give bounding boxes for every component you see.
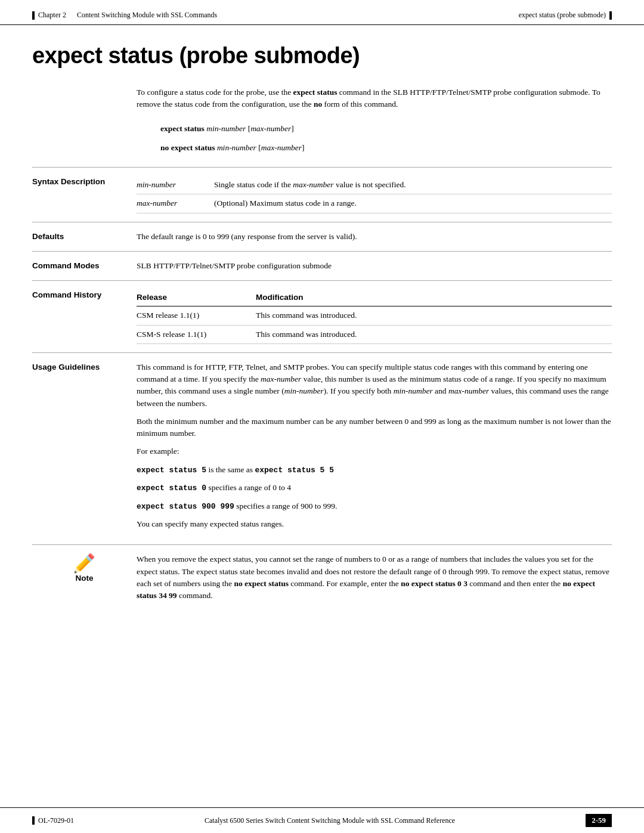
note-icon: ✏️ [73, 555, 95, 572]
command-syntax-2: no expect status min-number [max-number] [160, 141, 612, 155]
command-history-section: Command History Release Modification CSM… [32, 280, 612, 352]
defaults-content: The default range is 0 to 999 (any respo… [137, 231, 612, 243]
usage-para-2: Both the minimum number and the maximum … [137, 416, 612, 440]
usage-last-para: You can specify many expected status ran… [137, 518, 612, 530]
header-left: Chapter 2 Content Switching Module with … [32, 11, 217, 20]
usage-example-2: expect status 0 specifies a range of 0 t… [137, 482, 612, 494]
command-modes-content: SLB HTTP/FTP/Telnet/SMTP probe configura… [137, 260, 612, 272]
syntax-table: min-number Single status code if the max… [137, 176, 612, 213]
usage-example-3: expect status 900 999 specifies a range … [137, 500, 612, 513]
history-col-modification: Modification [256, 289, 612, 306]
page-title: expect status (probe submode) [32, 43, 612, 69]
usage-guidelines-label: Usage Guidelines [32, 361, 137, 537]
usage-example-1: expect status 5 is the same as expect st… [137, 464, 612, 476]
header-right-title: expect status (probe submode) [519, 11, 606, 20]
intro-text: To configure a status code for the probe… [137, 86, 612, 111]
history-row-2: CSM-S release 1.1(1) This command was in… [137, 325, 612, 343]
main-content: To configure a status code for the probe… [0, 86, 644, 610]
history-release-2: CSM-S release 1.1(1) [137, 325, 256, 343]
command-modes-section: Command Modes SLB HTTP/FTP/Telnet/SMTP p… [32, 251, 612, 280]
syntax-row-min: min-number Single status code if the max… [137, 176, 612, 194]
note-section: ✏️ Note When you remove the expect statu… [32, 544, 612, 610]
page-header: Chapter 2 Content Switching Module with … [0, 0, 644, 25]
note-label: Note [76, 574, 94, 583]
note-content: When you remove the expect status, you c… [137, 553, 612, 602]
history-modification-2: This command was introduced. [256, 325, 612, 343]
usage-para-3: For example: [137, 445, 612, 457]
history-row-1: CSM release 1.1(1) This command was intr… [137, 306, 612, 325]
command-history-content: Release Modification CSM release 1.1(1) … [137, 289, 612, 344]
sections-container: Syntax Description min-number Single sta… [32, 167, 612, 544]
chapter-title: Content Switching Module with SSL Comman… [77, 11, 217, 20]
history-release-1: CSM release 1.1(1) [137, 306, 256, 325]
history-col-release: Release [137, 289, 256, 306]
header-right-bar [609, 11, 612, 20]
header-left-bar [32, 11, 35, 20]
defaults-label: Defaults [32, 231, 137, 243]
syntax-description-content: min-number Single status code if the max… [137, 176, 612, 213]
usage-guidelines-content: This command is for HTTP, FTP, Telnet, a… [137, 361, 612, 537]
footer-doc-number: OL-7029-01 [38, 816, 74, 825]
command-history-label: Command History [32, 289, 137, 344]
defaults-section: Defaults The default range is 0 to 999 (… [32, 222, 612, 251]
usage-para-1: This command is for HTTP, FTP, Telnet, a… [137, 361, 612, 410]
note-icon-area: ✏️ Note [32, 553, 137, 583]
page-footer: OL-7029-01 Catalyst 6500 Series Switch C… [0, 807, 644, 833]
syntax-description-section: Syntax Description min-number Single sta… [32, 167, 612, 222]
header-right: expect status (probe submode) [519, 11, 612, 20]
footer-left-bar [32, 816, 35, 825]
syntax-desc-min: Single status code if the max-number val… [214, 176, 612, 194]
history-modification-1: This command was introduced. [256, 306, 612, 325]
footer-center: Catalyst 6500 Series Switch Content Swit… [205, 816, 455, 825]
chapter-label: Chapter 2 [38, 11, 66, 20]
command-syntax-1: expect status min-number [max-number] [160, 122, 612, 136]
syntax-row-max: max-number (Optional) Maximum status cod… [137, 194, 612, 213]
footer-left: OL-7029-01 [32, 816, 74, 825]
history-header-row: Release Modification [137, 289, 612, 306]
syntax-param-min: min-number [137, 176, 214, 194]
syntax-desc-max: (Optional) Maximum status code in a rang… [214, 194, 612, 213]
syntax-description-label: Syntax Description [32, 176, 137, 213]
command-modes-label: Command Modes [32, 260, 137, 272]
footer-page-number: 2-59 [586, 814, 612, 827]
usage-guidelines-section: Usage Guidelines This command is for HTT… [32, 352, 612, 545]
syntax-param-max: max-number [137, 194, 214, 213]
page-title-section: expect status (probe submode) [0, 25, 644, 86]
history-table: Release Modification CSM release 1.1(1) … [137, 289, 612, 344]
